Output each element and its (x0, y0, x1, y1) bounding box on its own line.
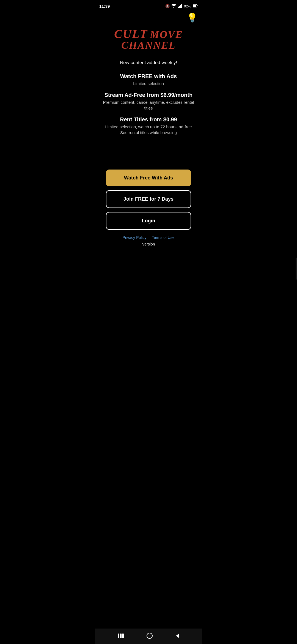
login-button[interactable]: Login (106, 212, 191, 230)
svg-rect-3 (180, 5, 181, 8)
svg-rect-7 (197, 5, 198, 6)
footer-links: Privacy Policy | Terms of Use (122, 235, 174, 240)
join-free-button[interactable]: Join FREE for 7 Days (106, 190, 191, 208)
features-list: Watch FREE with Ads Limited selection St… (101, 73, 196, 141)
feature-rent-desc: Limited selection, watch up to 72 hours,… (101, 124, 196, 135)
svg-rect-4 (181, 4, 182, 8)
svg-rect-2 (179, 6, 180, 8)
version-text: Version (142, 242, 155, 246)
action-buttons: Watch Free With Ads Join FREE for 7 Days… (101, 170, 196, 230)
tagline: New content added weekly! (120, 60, 177, 66)
status-icons: 🔇 92% (165, 4, 198, 9)
terms-of-use-link[interactable]: Terms of Use (152, 235, 174, 240)
svg-point-0 (173, 7, 174, 8)
wifi-icon (171, 4, 176, 9)
svg-rect-6 (193, 5, 196, 7)
logo-move: MOVE (150, 29, 183, 40)
feature-rent: Rent Titles from $0.99 Limited selection… (101, 116, 196, 135)
logo-channel: CHANNEL (121, 40, 176, 51)
status-bar: 11:39 🔇 92% (95, 0, 202, 11)
lightbulb-button[interactable]: 💡 (187, 13, 198, 22)
feature-stream-desc: Premium content, cancel anytime, exclude… (101, 99, 196, 111)
feature-watch-free-desc: Limited selection (101, 81, 196, 86)
feature-watch-free: Watch FREE with Ads Limited selection (101, 73, 196, 86)
watch-free-button[interactable]: Watch Free With Ads (106, 170, 191, 186)
lightbulb-icon: 💡 (187, 13, 198, 23)
privacy-policy-link[interactable]: Privacy Policy (122, 235, 146, 240)
logo-cult: CULT (114, 28, 148, 41)
status-time: 11:39 (99, 4, 110, 9)
signal-icon (178, 4, 182, 9)
main-content: CULT MOVE CHANNEL New content added week… (95, 11, 202, 257)
footer-separator: | (149, 235, 150, 240)
mute-icon: 🔇 (165, 4, 170, 8)
battery-text: 92% (184, 4, 191, 8)
app-logo: CULT MOVE CHANNEL (114, 28, 183, 51)
feature-stream-title: Stream Ad-Free from $6.99/month (101, 92, 196, 98)
feature-rent-title: Rent Titles from $0.99 (101, 116, 196, 123)
feature-watch-free-title: Watch FREE with Ads (101, 73, 196, 80)
feature-stream: Stream Ad-Free from $6.99/month Premium … (101, 92, 196, 111)
battery-icon (193, 4, 198, 8)
svg-rect-1 (178, 7, 179, 8)
